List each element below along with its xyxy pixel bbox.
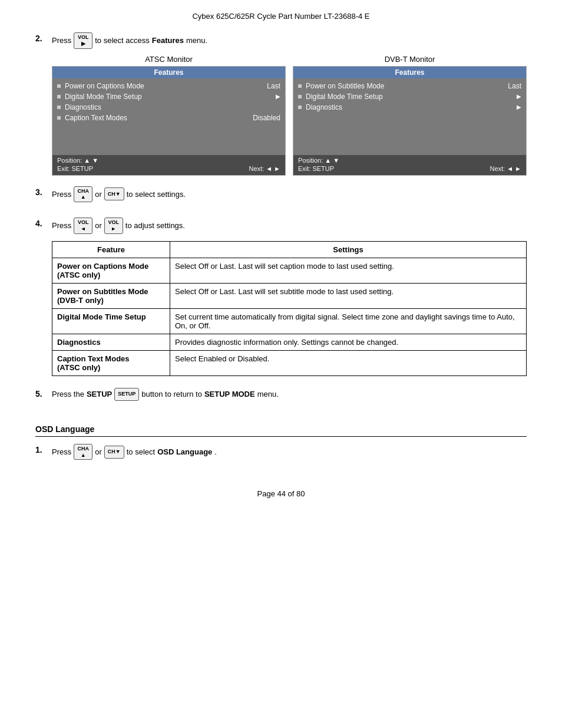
atsc-exit: Exit: SETUP xyxy=(57,165,93,172)
step2-text-end: menu. xyxy=(186,36,207,45)
table-row: Power on Subtitles Mode(DVB-T only) Sele… xyxy=(52,283,527,308)
dvbt-position: Position: ▲ ▼ xyxy=(298,157,339,164)
osd-section-title: OSD Language xyxy=(35,424,527,437)
atsc-position: Position: ▲ ▼ xyxy=(57,157,98,164)
osd-step1-text-before: Press xyxy=(52,447,71,456)
step3-text-or: or xyxy=(95,190,102,199)
step2-text-after: to select access xyxy=(95,36,150,45)
dvbt-body: Power on Subtitles Mode Last Digital Mod… xyxy=(293,78,526,155)
step2-text-before: Press xyxy=(52,36,71,45)
osd-step1-text-end: . xyxy=(214,447,217,456)
step5-text-after: button to return to xyxy=(141,390,202,398)
vol-forward-button[interactable]: VOL▶ xyxy=(74,32,92,49)
osd-ch-down-button[interactable]: CH▼ xyxy=(104,446,124,459)
dvbt-next: Next: ◄ ► xyxy=(490,165,521,172)
dvbt-features-header: Features xyxy=(293,67,526,78)
vol-right-button[interactable]: VOL► xyxy=(104,218,123,234)
step4-text-before: Press xyxy=(52,221,71,230)
feature-cell-1: Power on Captions Mode(ATSC only) xyxy=(52,258,170,283)
dvbt-monitor-title: DVB-T Monitor xyxy=(293,55,527,64)
step4-content: Press VOL◄ or VOL► to adjust settings. F… xyxy=(52,218,527,376)
setting-cell-2: Select Off or Last. Last will set subtit… xyxy=(170,283,527,308)
step3-content: Press CHA▲ or CH▼ to select settings. xyxy=(52,186,527,209)
step4-row: 4. Press VOL◄ or VOL► to adjust settings… xyxy=(35,218,527,376)
osd-step1-bold: OSD Language xyxy=(157,447,212,456)
dvbt-item-3: Diagnostics ▶ xyxy=(298,103,521,111)
step3-text-after: to select settings. xyxy=(127,190,186,199)
atsc-body: Power on Captions Mode Last Digital Mode… xyxy=(52,78,285,155)
ch-down-button[interactable]: CH▼ xyxy=(104,187,124,200)
step2-number: 2. xyxy=(35,34,52,43)
step4-number: 4. xyxy=(35,219,52,228)
feature-cell-4: Diagnostics xyxy=(52,334,170,350)
setting-cell-3: Set current time automatically from digi… xyxy=(170,308,527,334)
step2-instruction: Press VOL▶ to select access Features men… xyxy=(52,32,527,49)
osd-step1-content: Press CHA▲ or CH▼ to select OSD Language… xyxy=(52,444,527,466)
step3-instruction: Press CHA▲ or CH▼ to select settings. xyxy=(52,186,527,203)
atsc-footer: Position: ▲ ▼ Exit: SETUP Next: ◄ ► xyxy=(52,155,285,175)
vol-left-button[interactable]: VOL◄ xyxy=(74,218,92,234)
table-row: Caption Text Modes(ATSC only) Select Ena… xyxy=(52,350,527,375)
dvbt-monitor-panel: DVB-T Monitor Features Power on Subtitle… xyxy=(293,55,527,176)
atsc-screen: Features Power on Captions Mode Last Dig… xyxy=(52,66,286,176)
setup-button[interactable]: SETUP xyxy=(114,388,139,401)
atsc-footer-row1: Position: ▲ ▼ xyxy=(57,157,280,164)
dvbt-footer-row2: Exit: SETUP Next: ◄ ► xyxy=(298,165,521,172)
step4-text-or: or xyxy=(95,221,102,230)
osd-step1-number: 1. xyxy=(35,445,52,454)
atsc-monitor-title: ATSC Monitor xyxy=(52,55,286,64)
osd-step1-instruction: Press CHA▲ or CH▼ to select OSD Language… xyxy=(52,444,527,460)
feature-cell-2: Power on Subtitles Mode(DVB-T only) xyxy=(52,283,170,308)
step3-row: 3. Press CHA▲ or CH▼ to select settings. xyxy=(35,186,527,209)
osd-cha-up-button[interactable]: CHA▲ xyxy=(74,444,92,460)
step5-text-before: Press the xyxy=(52,390,84,398)
atsc-item-1: Power on Captions Mode Last xyxy=(57,82,280,90)
dvbt-item-1: Power on Subtitles Mode Last xyxy=(298,82,521,90)
table-col2-header: Settings xyxy=(170,241,527,258)
dvbt-exit: Exit: SETUP xyxy=(298,165,334,172)
step5-number: 5. xyxy=(35,389,52,398)
step3-number: 3. xyxy=(35,187,52,197)
settings-table: Feature Settings Power on Captions Mode(… xyxy=(52,241,527,376)
atsc-item-4: Caption Text Modes Disabled xyxy=(57,114,280,122)
feature-cell-3: Digital Mode Time Setup xyxy=(52,308,170,334)
step2-content: Press VOL▶ to select access Features men… xyxy=(52,32,527,176)
step5-content: Press the SETUP SETUP button to return t… xyxy=(52,388,527,407)
table-row: Power on Captions Mode(ATSC only) Select… xyxy=(52,258,527,283)
dvbt-footer: Position: ▲ ▼ Exit: SETUP Next: ◄ ► xyxy=(293,155,526,175)
osd-step1-text-after: to select xyxy=(127,447,155,456)
step5-instruction: Press the SETUP SETUP button to return t… xyxy=(52,388,527,401)
step5-bold2: SETUP MODE xyxy=(204,390,255,398)
setting-cell-1: Select Off or Last. Last will set captio… xyxy=(170,258,527,283)
step5-bold1: SETUP xyxy=(87,390,112,398)
atsc-next: Next: ◄ ► xyxy=(249,165,280,172)
atsc-item-2: Digital Mode Time Setup ▶ xyxy=(57,93,280,101)
atsc-features-header: Features xyxy=(52,67,285,78)
step3-text-before: Press xyxy=(52,190,71,199)
table-row: Digital Mode Time Setup Set current time… xyxy=(52,308,527,334)
osd-step1-row: 1. Press CHA▲ or CH▼ to select OSD Langu… xyxy=(35,444,527,466)
atsc-footer-row2: Exit: SETUP Next: ◄ ► xyxy=(57,165,280,172)
dvbt-item-2: Digital Mode Time Setup ▶ xyxy=(298,93,521,101)
dvbt-footer-row1: Position: ▲ ▼ xyxy=(298,157,521,164)
step2-bold: Features xyxy=(152,36,184,45)
footer-text: Page 44 of 80 xyxy=(257,489,305,498)
table-row: Diagnostics Provides diagnostic informat… xyxy=(52,334,527,350)
step2-row: 2. Press VOL▶ to select access Features … xyxy=(35,32,527,176)
setting-cell-4: Provides diagnostic information only. Se… xyxy=(170,334,527,350)
step5-text-end: menu. xyxy=(257,390,279,398)
dvbt-screen: Features Power on Subtitles Mode Last Di… xyxy=(293,66,527,176)
cha-up-button[interactable]: CHA▲ xyxy=(74,186,92,203)
osd-step1-text-or: or xyxy=(95,447,102,456)
step4-instruction: Press VOL◄ or VOL► to adjust settings. xyxy=(52,218,527,234)
setting-cell-5: Select Enabled or Disabled. xyxy=(170,350,527,375)
step4-text-after: to adjust settings. xyxy=(125,221,185,230)
atsc-monitor-panel: ATSC Monitor Features Power on Captions … xyxy=(52,55,286,176)
feature-cell-5: Caption Text Modes(ATSC only) xyxy=(52,350,170,375)
monitors-container: ATSC Monitor Features Power on Captions … xyxy=(52,55,527,176)
table-col1-header: Feature xyxy=(52,241,170,258)
page-header: Cybex 625C/625R Cycle Part Number LT-236… xyxy=(35,12,527,21)
atsc-item-3: Diagnostics xyxy=(57,103,280,111)
page-footer: Page 44 of 80 xyxy=(35,489,527,498)
step5-row: 5. Press the SETUP SETUP button to retur… xyxy=(35,388,527,407)
